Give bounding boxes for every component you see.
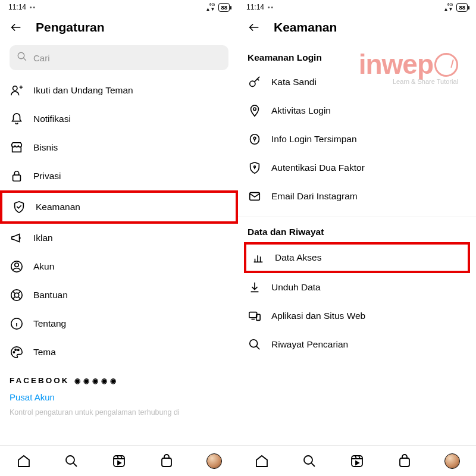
bottom-tabbar — [238, 445, 476, 476]
row-two-factor[interactable]: Autentikasi Dua Faktor — [238, 154, 476, 182]
battery-icon: 88 — [218, 3, 230, 12]
bell-icon — [10, 112, 24, 126]
tab-shop[interactable] — [396, 452, 414, 470]
security-screen: 11:14•• 4G▲▼ 88 Keamanan Keamanan Login … — [238, 0, 476, 476]
svg-point-23 — [304, 456, 312, 464]
svg-rect-12 — [114, 456, 124, 466]
header: Pengaturan — [0, 13, 238, 43]
row-follow-invite[interactable]: Ikuti dan Undang Teman — [0, 76, 238, 105]
megaphone-icon — [10, 231, 24, 245]
settings-screen: 11:14•• 4G▲▼ 88 Pengaturan Cari Ikuti da… — [0, 0, 238, 476]
search-history-icon — [248, 337, 262, 352]
svg-point-4 — [15, 263, 18, 267]
row-password[interactable]: Kata Sandi — [238, 68, 476, 96]
svg-rect-13 — [162, 458, 171, 466]
person-plus-icon — [10, 83, 24, 98]
tab-search[interactable] — [300, 452, 318, 470]
svg-point-17 — [253, 137, 256, 139]
section-login-security: Keamanan Login — [238, 43, 476, 68]
tab-reels[interactable] — [110, 452, 128, 470]
tab-profile[interactable] — [443, 452, 461, 470]
section-data-history: Data dan Riwayat — [238, 217, 476, 242]
accounts-center-link[interactable]: Pusat Akun — [0, 389, 238, 406]
svg-point-15 — [253, 108, 256, 111]
keyhole-icon — [248, 132, 262, 146]
row-account[interactable]: Akun — [0, 252, 238, 281]
row-download-data[interactable]: Unduh Data — [238, 273, 476, 302]
shield-check-icon — [12, 200, 26, 214]
storefront-icon — [10, 140, 24, 155]
search-placeholder: Cari — [33, 53, 50, 63]
status-time: 11:14 — [8, 3, 26, 11]
status-dots: •• — [268, 4, 274, 11]
bottom-tabbar — [0, 445, 238, 476]
facebook-section-label: FACEBOOK ◉◉◉◉◉ — [0, 367, 238, 389]
svg-rect-2 — [13, 175, 21, 181]
search-input[interactable]: Cari — [10, 45, 228, 70]
row-business[interactable]: Bisnis — [0, 133, 238, 162]
row-ads[interactable]: Iklan — [0, 224, 238, 252]
network-icon: 4G▲▼ — [444, 2, 453, 12]
row-search-history[interactable]: Riwayat Pencarian — [238, 330, 476, 359]
tab-home[interactable] — [253, 452, 271, 470]
lock-icon — [10, 169, 24, 183]
svg-point-18 — [254, 166, 256, 168]
page-title: Pengaturan — [36, 20, 105, 35]
svg-rect-20 — [249, 312, 257, 318]
download-icon — [248, 280, 262, 295]
lifebuoy-icon — [10, 288, 24, 302]
network-icon: 4G▲▼ — [206, 2, 215, 12]
avatar-icon — [444, 453, 460, 469]
svg-point-1 — [13, 86, 17, 90]
search-icon — [17, 51, 27, 64]
svg-point-10 — [18, 349, 19, 350]
settings-list: Ikuti dan Undang Teman Notifikasi Bisnis… — [0, 76, 238, 476]
row-privacy[interactable]: Privasi — [0, 162, 238, 190]
tab-reels[interactable] — [348, 452, 366, 470]
devices-icon — [248, 309, 262, 323]
svg-point-6 — [14, 293, 18, 297]
svg-point-9 — [15, 349, 16, 350]
status-dots: •• — [30, 4, 36, 11]
svg-point-11 — [66, 456, 74, 464]
mail-icon — [248, 189, 262, 203]
user-circle-icon — [10, 259, 24, 274]
battery-icon: 88 — [456, 3, 468, 12]
svg-point-14 — [250, 81, 255, 86]
row-login-activity[interactable]: Aktivitas Login — [238, 96, 476, 125]
palette-icon — [10, 345, 24, 359]
back-button[interactable] — [10, 21, 23, 34]
row-theme[interactable]: Tema — [0, 338, 238, 367]
status-bar: 11:14•• 4G▲▼ 88 — [0, 0, 238, 13]
svg-point-8 — [13, 352, 14, 353]
page-title: Keamanan — [274, 20, 337, 35]
row-apps-websites[interactable]: Aplikasi dan Situs Web — [238, 302, 476, 330]
status-bar: 11:14•• 4G▲▼ 88 — [238, 0, 476, 13]
svg-point-0 — [18, 52, 24, 59]
avatar-icon — [206, 453, 222, 469]
row-help[interactable]: Bantuan — [0, 281, 238, 309]
tab-profile[interactable] — [205, 452, 223, 470]
info-icon — [10, 317, 24, 331]
key-icon — [248, 75, 262, 89]
footnote-text: Kontrol pengaturan untuk pengalaman terh… — [0, 406, 238, 419]
row-emails[interactable]: Email Dari Instagram — [238, 182, 476, 211]
tab-home[interactable] — [15, 452, 33, 470]
status-time: 11:14 — [246, 3, 264, 11]
header: Keamanan — [238, 13, 476, 43]
back-button[interactable] — [248, 21, 261, 34]
row-access-data[interactable]: Data Akses — [244, 242, 470, 273]
row-security[interactable]: Keamanan — [0, 190, 238, 224]
svg-rect-24 — [352, 456, 362, 466]
location-pin-icon — [248, 104, 262, 118]
security-list: Keamanan Login Kata Sandi Aktivitas Logi… — [238, 43, 476, 476]
facebook-product-icons: ◉◉◉◉◉ — [74, 377, 116, 385]
row-about[interactable]: Tentang — [0, 309, 238, 338]
row-saved-login[interactable]: Info Login Tersimpan — [238, 125, 476, 154]
tab-search[interactable] — [62, 452, 80, 470]
row-notifications[interactable]: Notifikasi — [0, 105, 238, 133]
bar-chart-icon — [251, 250, 265, 265]
svg-rect-25 — [400, 458, 409, 466]
shield-lock-icon — [248, 161, 262, 175]
tab-shop[interactable] — [158, 452, 176, 470]
